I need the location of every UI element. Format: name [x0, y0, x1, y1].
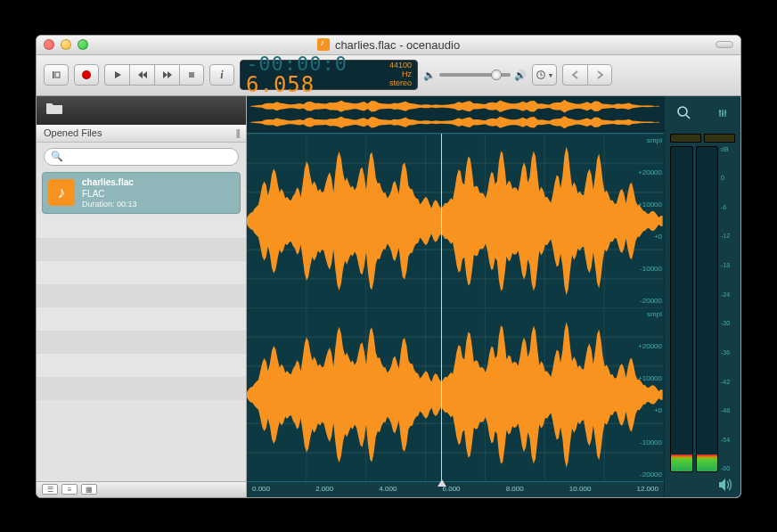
db-scale: dB0-6-12-18-24-30-36-42-48-54-60: [721, 146, 735, 472]
svg-point-34: [724, 110, 726, 113]
sidebar-top: [37, 96, 246, 125]
titlebar: charlies.flac - ocenaudio: [37, 36, 740, 55]
zoom-window-button[interactable]: [78, 39, 88, 50]
channel-left[interactable]: smpl+20000+10000+0-10000-20000: [247, 134, 664, 307]
volume-low-icon: 🔈: [423, 70, 436, 81]
audio-meta: 44100 Hz stereo: [385, 61, 412, 88]
time-current: 6.058: [246, 72, 315, 97]
play-button[interactable]: [104, 64, 129, 86]
sidebar: Opened Files |||| 🔍 ♪ charlies.flac FLAC…: [37, 96, 247, 497]
svg-rect-7: [189, 72, 194, 78]
search-input[interactable]: [44, 148, 239, 166]
record-icon: [82, 70, 91, 79]
info-button[interactable]: i: [209, 64, 234, 86]
title-filename: charlies.flac: [335, 38, 397, 52]
close-window-button[interactable]: [44, 39, 54, 50]
meter-settings-icon[interactable]: [716, 107, 729, 123]
meter-panel: dB0-6-12-18-24-30-36-42-48-54-60: [664, 96, 740, 497]
svg-marker-3: [138, 71, 143, 78]
history-button[interactable]: ▼: [532, 64, 557, 86]
svg-marker-5: [163, 71, 168, 78]
volume-slider[interactable]: [439, 73, 511, 77]
toolbar: i -00:00:0 6.058 hr min sec 44100 Hz ste…: [37, 55, 740, 96]
toolbar-toggle-button[interactable]: [716, 41, 733, 48]
file-list-item[interactable]: ♪ charlies.flac FLAC Duration: 00:13: [42, 172, 241, 215]
nav-back-button[interactable]: [562, 64, 587, 86]
fast-forward-button[interactable]: [154, 64, 179, 86]
meter-bar-right: [696, 146, 719, 472]
sidebar-footer: ☰ ≡ ▦: [37, 481, 246, 497]
zoom-icon[interactable]: [676, 105, 692, 125]
peak-right: [704, 134, 735, 143]
svg-marker-2: [115, 71, 121, 78]
amplitude-scale-left: smpl+20000+10000+0-10000-20000: [628, 135, 664, 307]
volume-control: 🔈 🔊: [423, 70, 527, 81]
title-appname: ocenaudio: [406, 38, 460, 52]
meter-footer: [665, 476, 740, 497]
window-controls: [44, 39, 88, 50]
time-ruler[interactable]: 0.0002.0004.0006.0008.00010.00012.000: [247, 481, 664, 497]
search-icon: 🔍: [51, 151, 63, 162]
svg-rect-0: [53, 71, 54, 78]
app-file-icon: [317, 38, 330, 51]
peak-indicators: [665, 134, 740, 143]
sidebar-header: Opened Files ||||: [37, 125, 246, 143]
stop-button[interactable]: [179, 64, 204, 86]
file-meta: charlies.flac FLAC Duration: 00:13: [82, 176, 137, 210]
record-button[interactable]: [74, 64, 99, 86]
svg-rect-1: [55, 72, 60, 78]
nav-group: [562, 64, 612, 86]
peak-left: [670, 134, 701, 143]
channel-right[interactable]: smpl+20000+10000+0-10000-20000: [247, 307, 664, 481]
stop-to-start-button[interactable]: [44, 64, 69, 86]
waveform-main[interactable]: smpl+20000+10000+0-10000-20000 smpl+2000…: [247, 134, 664, 497]
file-duration: Duration: 00:13: [82, 200, 137, 210]
sample-rate: 44100 Hz: [385, 61, 412, 79]
svg-point-31: [678, 107, 687, 116]
waveform-panel: smpl+20000+10000+0-10000-20000 smpl+2000…: [247, 96, 664, 497]
window-title: charlies.flac - ocenaudio: [37, 38, 740, 52]
view-grid-button[interactable]: ▦: [81, 484, 97, 495]
minimize-window-button[interactable]: [61, 39, 71, 50]
amplitude-scale-right: smpl+20000+10000+0-10000-20000: [628, 308, 664, 481]
app-window: charlies.flac - ocenaudio i: [36, 35, 741, 498]
volume-thumb[interactable]: [491, 70, 502, 80]
db-meter: dB0-6-12-18-24-30-36-42-48-54-60: [665, 143, 740, 476]
file-name: charlies.flac: [82, 176, 137, 188]
view-list-button[interactable]: ☰: [42, 484, 58, 495]
sidebar-empty-list: [37, 215, 246, 480]
svg-marker-4: [143, 71, 147, 78]
volume-high-icon: 🔊: [514, 70, 527, 81]
folder-icon[interactable]: [45, 101, 63, 119]
speaker-icon[interactable]: [717, 478, 733, 495]
channel-mode: stereo: [385, 79, 412, 88]
time-display[interactable]: -00:00:0 6.058 hr min sec 44100 Hz stere…: [240, 60, 418, 90]
main-area: Opened Files |||| 🔍 ♪ charlies.flac FLAC…: [37, 96, 740, 497]
waveform-overview[interactable]: [247, 96, 664, 134]
meter-bar-left: [670, 146, 693, 472]
svg-point-33: [721, 112, 724, 115]
rewind-button[interactable]: [129, 64, 154, 86]
file-type-icon: ♪: [48, 179, 75, 206]
sidebar-grip-icon[interactable]: ||||: [236, 127, 239, 138]
svg-marker-6: [168, 71, 172, 78]
nav-forward-button[interactable]: [587, 64, 612, 86]
transport-group: [104, 64, 204, 86]
svg-point-32: [718, 110, 721, 112]
file-format: FLAC: [82, 188, 137, 200]
meter-top: [665, 96, 740, 134]
playhead[interactable]: [441, 134, 442, 481]
sidebar-header-label: Opened Files: [44, 127, 102, 138]
sidebar-search: 🔍: [37, 143, 246, 171]
view-detail-button[interactable]: ≡: [61, 484, 78, 495]
